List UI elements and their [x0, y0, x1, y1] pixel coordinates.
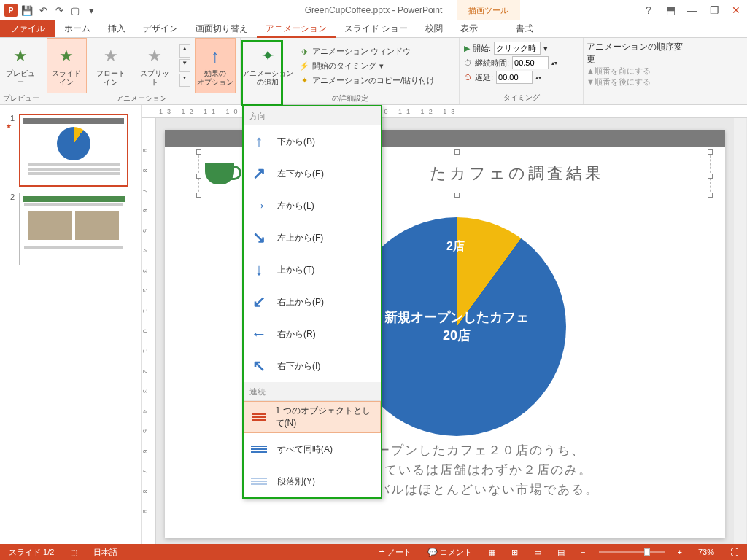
ribbon: ★プレビュー プレビュー ★スライドイン ★フロートイン ★スプリット ▲ ▼ …	[0, 38, 747, 105]
slide-title-text: たカフェの調査結果	[430, 163, 604, 184]
tab-format[interactable]: 書式	[507, 20, 542, 37]
preview-button[interactable]: ★プレビュー	[0, 38, 41, 93]
delay-label: 遅延:	[475, 72, 493, 83]
vertical-scrollbar[interactable]	[734, 118, 746, 544]
view-sorter-icon[interactable]: ⊞	[508, 548, 521, 557]
contextual-tab-drawing[interactable]: 描画ツール	[457, 0, 520, 20]
slide-editor: 13 12 11 10 9 8 7 4 5 6 7 8 9 10 11 12 1…	[142, 105, 747, 544]
status-comments-button[interactable]: 💬 コメント	[425, 547, 475, 558]
tab-view[interactable]: 表示	[452, 20, 487, 37]
redo-icon[interactable]: ↷	[51, 2, 67, 18]
start-select[interactable]	[494, 42, 541, 55]
status-language[interactable]: 日本語	[90, 547, 120, 558]
zoom-percent[interactable]: 73%	[695, 548, 717, 556]
start-from-beginning-icon[interactable]: ▢	[67, 2, 83, 18]
dropdown-section-sequence: 連続	[244, 382, 381, 401]
duration-input[interactable]	[512, 56, 549, 69]
view-reading-icon[interactable]: ▭	[531, 548, 544, 557]
direction-from-bottom[interactable]: ↑下から(B)	[244, 125, 381, 158]
animation-painter-button[interactable]: ✦アニメーションのコピー/貼り付け	[295, 73, 439, 88]
status-bar: スライド 1/2 ⬚ 日本語 ≐ ノート 💬 コメント ▦ ⊞ ▭ ▤ − + …	[0, 544, 747, 560]
tab-animations[interactable]: アニメーション	[257, 20, 336, 38]
view-slideshow-icon[interactable]: ▤	[554, 548, 568, 557]
reorder-label: アニメーションの順序変更	[587, 41, 690, 66]
tab-file[interactable]: ファイル	[0, 20, 55, 37]
title-bar: P 💾 ↶ ↷ ▢ ▾ GreenCupCoffee.pptx - PowerP…	[0, 0, 747, 20]
pie-label-small: 2店	[446, 239, 465, 254]
status-notes-button[interactable]: ≐ ノート	[376, 547, 414, 558]
group-label-preview: プレビュー	[0, 93, 42, 105]
slide-thumbnail-pane[interactable]: 1★ 2	[0, 105, 142, 544]
undo-icon[interactable]: ↶	[35, 2, 51, 18]
thumb-1-anim-icon: ★	[6, 122, 15, 130]
horizontal-ruler: 13 12 11 10 9 8 7 4 5 6 7 8 9 10 11 12 1…	[142, 105, 747, 118]
effect-options-button[interactable]: ↑効果の オプション	[195, 38, 236, 93]
anim-split[interactable]: ★スプリット	[135, 38, 174, 93]
add-animation-button[interactable]: ✦アニメーション の追加	[241, 38, 295, 93]
status-spellcheck-icon[interactable]: ⬚	[67, 548, 80, 557]
fit-to-window-icon[interactable]: ⛶	[727, 548, 741, 556]
thumb-2-number: 2	[6, 192, 15, 265]
group-label-advanced: の詳細設定	[241, 93, 459, 105]
thumbnail-slide-2[interactable]	[19, 192, 128, 265]
pie-label-big: 新規オープンしたカフェ20店	[384, 308, 529, 345]
zoom-slider[interactable]	[599, 551, 665, 553]
restore-icon[interactable]: ❐	[703, 2, 725, 18]
anim-float-in[interactable]: ★フロートイン	[91, 38, 131, 93]
anim-slide-in[interactable]: ★スライドイン	[47, 38, 87, 93]
move-later-button: ▼順番を後にする	[587, 77, 690, 88]
minimize-icon[interactable]: —	[681, 2, 703, 18]
window-title: GreenCupCoffee.pptx - PowerPoint	[305, 5, 443, 15]
quick-access-toolbar: P 💾 ↶ ↷ ▢ ▾	[0, 2, 99, 18]
direction-from-left[interactable]: →左から(L)	[244, 190, 381, 222]
direction-from-bottom-left[interactable]: ↗左下から(E)	[244, 158, 381, 190]
thumb-1-number: 1	[6, 114, 15, 122]
tab-transitions[interactable]: 画面切り替え	[187, 20, 257, 37]
direction-from-right[interactable]: ←右から(R)	[244, 318, 381, 350]
close-icon[interactable]: ✕	[725, 2, 747, 18]
effect-options-dropdown: 方向 ↑下から(B) ↗左下から(E) →左から(L) ↘左上から(F) ↓上か…	[242, 105, 382, 499]
save-icon[interactable]: 💾	[19, 2, 35, 18]
thumbnail-slide-1[interactable]	[19, 114, 128, 187]
vertical-ruler: 9 8 7 6 5 4 3 2 1 0 1 2 3 4 5 6 7 8 9	[142, 118, 156, 544]
move-earlier-button: ▲順番を前にする	[587, 66, 690, 77]
tab-slideshow[interactable]: スライド ショー	[336, 20, 417, 37]
view-normal-icon[interactable]: ▦	[485, 548, 498, 557]
ribbon-display-icon[interactable]: ⬒	[659, 2, 681, 18]
sequence-by-paragraph[interactable]: 段落別(Y)	[244, 465, 381, 497]
direction-from-bottom-right[interactable]: ↖右下から(I)	[244, 350, 381, 382]
status-slide-indicator[interactable]: スライド 1/2	[6, 547, 57, 558]
gallery-more-icon[interactable]: ▾	[179, 74, 191, 87]
tab-design[interactable]: デザイン	[134, 20, 187, 37]
sequence-as-one-object[interactable]: 1 つのオブジェクトとして(N)	[244, 401, 381, 433]
group-label-timing: タイミング	[460, 93, 583, 104]
zoom-in-icon[interactable]: +	[675, 548, 685, 556]
animation-pane-button[interactable]: ⬗アニメーション ウィンドウ	[295, 44, 439, 58]
group-label-animation: アニメーション	[42, 93, 240, 105]
duration-label: 継続時間:	[475, 58, 509, 69]
help-icon[interactable]: ?	[638, 2, 659, 18]
gallery-scroll-down-icon[interactable]: ▼	[179, 59, 191, 72]
direction-from-top-left[interactable]: ↘左上から(F)	[244, 222, 381, 254]
gallery-scroll-up-icon[interactable]: ▲	[179, 44, 191, 58]
delay-input[interactable]	[496, 71, 533, 84]
direction-from-top-right[interactable]: ↙右上から(P)	[244, 286, 381, 318]
tab-home[interactable]: ホーム	[55, 20, 99, 37]
tab-review[interactable]: 校閲	[417, 20, 452, 37]
trigger-button[interactable]: ⚡開始のタイミング▾	[295, 58, 439, 73]
tab-insert[interactable]: 挿入	[99, 20, 134, 37]
ribbon-tabs: ファイル ホーム 挿入 デザイン 画面切り替え アニメーション スライド ショー…	[0, 20, 747, 38]
app-icon[interactable]: P	[3, 2, 19, 18]
direction-from-top[interactable]: ↓上から(T)	[244, 254, 381, 286]
zoom-out-icon[interactable]: −	[578, 548, 588, 556]
start-label: 開始:	[473, 43, 491, 54]
cup-icon	[205, 163, 234, 184]
sequence-all-at-once[interactable]: すべて同時(A)	[244, 433, 381, 465]
dropdown-section-direction: 方向	[244, 106, 381, 125]
qat-customize-icon[interactable]: ▾	[83, 2, 99, 18]
